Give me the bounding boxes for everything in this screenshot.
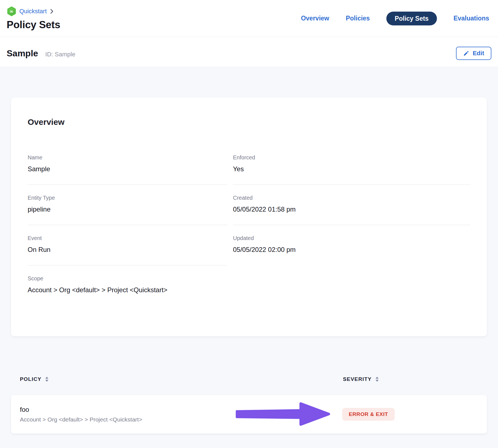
field-event: Event On Run [28,225,227,265]
tab-overview[interactable]: Overview [301,15,329,22]
entity-name: Sample [7,48,38,59]
sort-icon [45,376,49,382]
field-value: 05/05/2022 01:58 pm [233,205,470,213]
field-value: Account > Org <default> > Project <Quick… [28,286,227,294]
policy-cell: foo Account > Org <default> > Project <Q… [20,406,142,423]
svg-text:∞: ∞ [10,9,14,14]
top-nav: Overview Policies Policy Sets Evaluation… [301,12,489,25]
field-value: Yes [233,165,470,173]
tab-policy-sets[interactable]: Policy Sets [386,12,437,25]
field-value: pipeline [28,205,227,213]
entity-header: Sample ID: Sample Edit [0,37,498,67]
column-header-policy[interactable]: POLICY [20,376,49,382]
policies-table-header: POLICY SEVERITY [11,376,487,383]
field-value: On Run [28,246,227,254]
field-value: 05/05/2022 02:00 pm [233,246,470,254]
breadcrumb-link-project[interactable]: Quickstart [19,8,47,15]
field-label: Event [28,235,227,241]
top-bar: ∞ Quickstart Policy Sets Overview Polici… [0,0,498,37]
severity-cell: ERROR & EXIT [342,408,395,421]
entity-id: ID: Sample [45,51,75,58]
fields-left-column: Name Sample Entity Type pipeline Event O… [28,154,227,305]
main-content: Overview Name Sample Entity Type pipelin… [0,67,498,434]
field-value: Sample [28,165,227,173]
field-enforced: Enforced Yes [233,154,470,185]
page-title: Policy Sets [7,19,60,31]
field-label: Enforced [233,154,470,161]
breadcrumb: ∞ Quickstart [7,6,60,16]
policy-name: foo [20,406,142,413]
field-created: Created 05/05/2022 01:58 pm [233,185,470,225]
edit-button[interactable]: Edit [456,47,491,60]
field-label: Created [233,195,470,201]
column-header-severity[interactable]: SEVERITY [343,376,379,382]
edit-button-label: Edit [473,50,484,57]
tab-policies[interactable]: Policies [346,15,370,22]
field-name: Name Sample [28,154,227,185]
overview-heading: Overview [28,117,470,127]
fields-right-column: Enforced Yes Created 05/05/2022 01:58 pm… [233,154,470,305]
field-label: Entity Type [28,195,227,201]
policy-row[interactable]: foo Account > Org <default> > Project <Q… [11,395,487,434]
overview-card: Overview Name Sample Entity Type pipelin… [11,97,487,336]
field-scope: Scope Account > Org <default> > Project … [28,265,227,305]
chevron-right-icon [50,9,54,14]
tab-evaluations[interactable]: Evaluations [454,15,489,22]
field-updated: Updated 05/05/2022 02:00 pm [233,225,470,265]
field-label: Scope [28,275,227,282]
field-label: Updated [233,235,470,241]
severity-badge: ERROR & EXIT [342,408,395,421]
annotation-arrow-icon [235,402,330,427]
sort-icon [375,376,379,382]
policy-scope: Account > Org <default> > Project <Quick… [20,416,142,423]
pencil-icon [463,50,469,56]
project-icon: ∞ [7,6,17,16]
field-label: Name [28,154,227,161]
field-entity-type: Entity Type pipeline [28,185,227,225]
